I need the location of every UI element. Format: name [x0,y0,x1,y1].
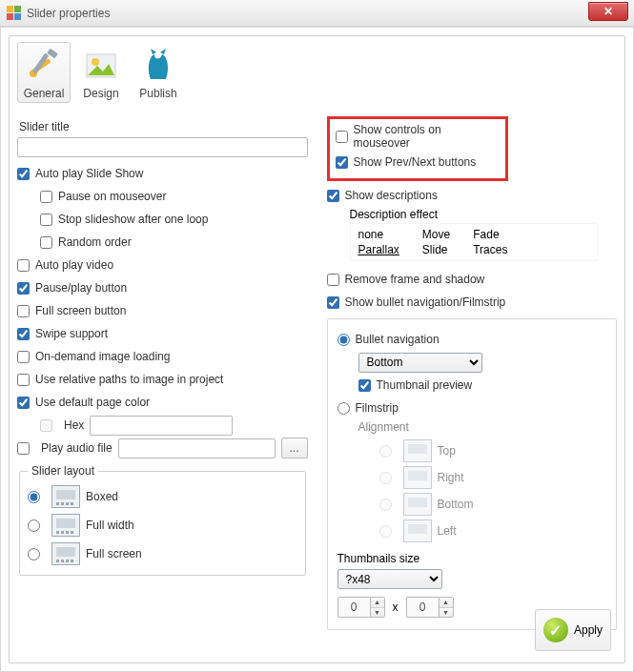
hex-input[interactable] [90,416,233,436]
align-top-thumb [403,439,432,462]
slider-layout-legend: Slider layout [28,464,98,478]
size-separator: x [393,601,399,614]
checkmark-icon: ✓ [543,618,568,642]
relative-paths-checkbox[interactable] [17,374,30,386]
close-button[interactable]: ✕ [588,2,628,21]
tab-general[interactable]: General [17,42,71,103]
thumb-width-input[interactable] [337,597,370,618]
audio-path-input[interactable] [118,438,276,458]
left-column: Slider title Auto play Slide Show Pause … [17,116,308,630]
tab-label: Publish [133,87,184,100]
show-controls-mouseover-checkbox[interactable] [336,131,348,143]
thumb-height-input[interactable] [406,597,439,618]
layout-fullscreen-thumb [51,542,80,565]
tab-design[interactable]: Design [74,42,128,103]
tab-bar: General Design Publish [17,42,617,103]
bullet-position-select[interactable]: Bottom [358,353,482,373]
thumbnails-size-select[interactable]: ?x48 [337,569,442,589]
close-icon: ✕ [603,5,613,18]
effect-slide[interactable]: Slide [422,243,448,256]
apply-button[interactable]: ✓ Apply [535,609,611,651]
app-icon [6,6,21,21]
stop-after-loop-checkbox[interactable] [40,214,52,226]
show-descriptions-label: Show descriptions [345,189,438,202]
slider-title-input[interactable] [17,137,308,157]
tools-icon [25,47,63,85]
highlight-box: Show controls on mouseover Show Prev/Nex… [327,116,508,181]
layout-boxed-label: Boxed [86,490,118,503]
thumb-width-spinner[interactable]: ▲▼ [337,597,385,618]
chevron-up-icon[interactable]: ▲ [371,598,384,608]
browse-audio-button[interactable]: ... [281,438,308,458]
chevron-down-icon[interactable]: ▼ [440,608,453,618]
navigation-panel: Bullet navigation Bottom Thumbnail previ… [327,318,618,630]
align-bottom-radio[interactable] [379,499,392,511]
swipe-support-checkbox[interactable] [17,328,30,340]
align-top-radio[interactable] [379,445,392,458]
effect-parallax[interactable]: Parallax [358,243,399,256]
bullet-nav-label: Show bullet navigation/Filmstrip [345,295,506,309]
svg-point-5 [92,58,99,66]
svg-rect-3 [47,49,58,59]
play-audio-checkbox[interactable] [17,442,30,455]
pause-play-button-label: Pause/play button [35,281,127,295]
autoplay-slideshow-checkbox[interactable] [17,168,30,180]
align-left-thumb [403,519,432,542]
align-right-radio[interactable] [379,472,392,484]
tab-label: General [18,87,70,100]
remove-frame-label: Remove frame and shadow [345,273,485,286]
default-page-color-checkbox[interactable] [17,397,30,409]
stop-after-loop-label: Stop slideshow after one loop [58,213,208,226]
fullscreen-button-label: Full screen button [35,304,126,317]
tab-label: Design [75,87,127,100]
effect-none[interactable]: none [358,228,384,241]
layout-boxed-thumb [51,485,80,508]
thumb-height-spinner[interactable]: ▲▼ [406,597,454,618]
thumbnail-preview-checkbox[interactable] [358,379,371,392]
chevron-up-icon[interactable]: ▲ [440,598,453,608]
fullscreen-button-checkbox[interactable] [17,305,30,317]
layout-boxed-radio[interactable] [28,491,40,503]
window-frame: General Design Publish Slider title Auto… [0,27,634,672]
bullet-navigation-radio[interactable] [337,334,350,346]
show-prevnext-label: Show Prev/Next buttons [354,155,477,169]
window-title: Slider properties [27,7,110,20]
alignment-label: Alignment [358,420,607,434]
swipe-support-label: Swipe support [35,327,108,340]
relative-paths-label: Use relative paths to image in project [35,373,223,386]
cat-icon [139,47,177,85]
layout-fullscreen-radio[interactable] [28,548,40,560]
random-order-checkbox[interactable] [40,236,52,249]
autoplay-slideshow-label: Auto play Slide Show [35,167,143,180]
bullet-nav-checkbox[interactable] [327,296,339,309]
autoplay-video-checkbox[interactable] [17,259,30,272]
align-left-label: Left [438,524,457,538]
pause-play-button-checkbox[interactable] [17,282,30,295]
effect-fade[interactable]: Fade [473,228,499,241]
ondemand-loading-checkbox[interactable] [17,351,30,363]
filmstrip-radio[interactable] [337,402,350,415]
align-left-radio[interactable] [379,525,392,538]
layout-fullwidth-thumb [51,514,80,537]
thumbnails-size-label: Thumbnails size [337,552,607,565]
hex-checkbox[interactable] [40,419,52,432]
random-order-label: Random order [58,235,132,249]
pause-mouseover-label: Pause on mouseover [58,190,166,203]
content-panel: General Design Publish Slider title Auto… [9,35,625,663]
effect-traces[interactable]: Traces [473,243,507,256]
show-prevnext-checkbox[interactable] [336,156,348,169]
ellipsis-icon: ... [289,441,298,455]
tab-publish[interactable]: Publish [132,42,185,103]
slider-layout-fieldset: Slider layout Boxed Full width Full scre… [19,464,306,576]
slider-title-label: Slider title [19,120,308,133]
chevron-down-icon[interactable]: ▼ [371,608,384,618]
titlebar: Slider properties ✕ [0,0,634,27]
remove-frame-checkbox[interactable] [327,274,339,286]
layout-fullwidth-radio[interactable] [28,519,40,532]
pause-mouseover-checkbox[interactable] [40,191,52,203]
autoplay-video-label: Auto play video [35,258,113,272]
effect-move[interactable]: Move [422,228,450,241]
default-page-color-label: Use default page color [35,396,150,409]
show-descriptions-checkbox[interactable] [327,190,339,202]
bullet-navigation-label: Bullet navigation [356,333,440,346]
